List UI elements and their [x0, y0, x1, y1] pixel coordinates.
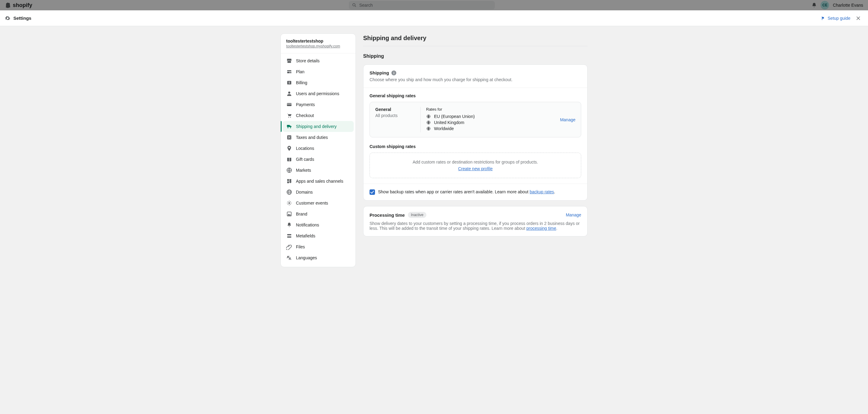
nav-metafields[interactable]: Metafields	[283, 230, 354, 241]
nav-plan[interactable]: Plan	[283, 66, 354, 77]
globe-small-icon	[426, 120, 431, 125]
main-column: Shipping and delivery Shipping Shipping …	[363, 33, 588, 396]
nav-gift-cards[interactable]: Gift cards	[283, 154, 354, 165]
store-domain[interactable]: tooltestertestshop.myshopify.com	[286, 44, 340, 48]
globe-icon	[286, 167, 292, 173]
setup-guide-link[interactable]: Setup guide	[821, 16, 850, 21]
svg-point-7	[288, 117, 289, 118]
svg-text:$: $	[289, 81, 290, 84]
billing-icon: $	[286, 79, 292, 86]
backup-rates-link[interactable]: backup rates	[529, 189, 554, 194]
paperclip-icon	[286, 244, 292, 250]
store-block[interactable]: tooltestertestshop tooltestertestshop.my…	[281, 34, 355, 53]
inactive-badge: Inactive	[408, 212, 426, 218]
events-icon	[286, 200, 292, 206]
zone-row: United Kingdom	[426, 120, 554, 125]
svg-point-9	[287, 127, 288, 128]
nav-notifications[interactable]: Notifications	[283, 219, 354, 230]
apps-icon	[286, 178, 292, 184]
nav-payments[interactable]: Payments	[283, 99, 354, 110]
manage-processing-link[interactable]: Manage	[566, 213, 581, 217]
svg-point-23	[289, 202, 290, 204]
truck-icon	[286, 123, 292, 129]
percent-icon	[286, 134, 292, 140]
nav-taxes[interactable]: Taxes and duties	[283, 132, 354, 143]
general-rates-heading: General shipping rates	[370, 93, 581, 98]
user-icon	[286, 91, 292, 97]
nav-shipping[interactable]: Shipping and delivery	[283, 121, 354, 132]
svg-point-13	[289, 138, 290, 138]
settings-header: Settings Setup guide	[0, 10, 868, 26]
globe-small-icon	[426, 114, 431, 119]
cart-icon	[286, 113, 292, 119]
processing-title: Processing time	[370, 213, 405, 218]
plan-icon	[286, 69, 292, 75]
pin-icon	[286, 145, 292, 151]
create-profile-link[interactable]: Create new profile	[458, 166, 493, 171]
svg-point-8	[290, 117, 291, 118]
svg-point-10	[290, 127, 291, 128]
rates-for-label: Rates for	[426, 107, 554, 112]
backup-rates-checkbox[interactable]	[370, 189, 375, 195]
metafields-icon	[286, 233, 292, 239]
profile-products: All products	[375, 113, 415, 118]
svg-rect-25	[287, 234, 291, 235]
processing-time-card: Processing time Inactive Manage Show del…	[363, 206, 588, 236]
close-button[interactable]	[854, 13, 863, 23]
divider	[420, 107, 421, 132]
nav-store-details[interactable]: Store details	[283, 55, 354, 66]
dim-overlay	[0, 0, 868, 10]
zone-row: Worldwide	[426, 126, 554, 131]
profile-name: General	[375, 107, 415, 112]
brand-icon	[286, 211, 292, 217]
gift-icon	[286, 156, 292, 162]
card-icon	[286, 101, 292, 107]
nav-checkout[interactable]: Checkout	[283, 110, 354, 121]
page-title: Shipping and delivery	[363, 33, 588, 46]
nav-locations[interactable]: Locations	[283, 143, 354, 154]
settings-sidebar: tooltestertestshop tooltestertestshop.my…	[280, 33, 356, 267]
nav-apps[interactable]: Apps and sales channels	[283, 176, 354, 187]
shipping-card-description: Choose where you ship and how much you c…	[370, 77, 581, 82]
backup-rates-text: Show backup rates when app or carrier ra…	[378, 189, 555, 194]
settings-surface: Settings Setup guide tooltestertestshop …	[0, 10, 868, 414]
close-icon	[856, 15, 861, 21]
nav-billing[interactable]: $ Billing	[283, 77, 354, 88]
languages-icon	[286, 255, 292, 261]
nav-customer-events[interactable]: Customer events	[283, 198, 354, 209]
store-icon	[286, 58, 292, 64]
svg-rect-16	[289, 158, 289, 161]
nav-markets[interactable]: Markets	[283, 165, 354, 176]
custom-rates-heading: Custom shipping rates	[370, 144, 581, 149]
nav-users[interactable]: Users and permissions	[283, 88, 354, 99]
svg-rect-19	[289, 179, 291, 181]
svg-rect-5	[287, 103, 292, 106]
nav-list: Store details Plan $ Billing Users and p…	[281, 53, 355, 267]
info-icon[interactable]: i	[392, 70, 396, 75]
shipping-card: Shipping i Choose where you ship and how…	[363, 64, 588, 201]
nav-brand[interactable]: Brand	[283, 209, 354, 219]
custom-rates-empty: Add custom rates or destination restrict…	[370, 153, 581, 178]
general-profile: General All products Rates for EU (Europ…	[370, 102, 581, 137]
nav-languages[interactable]: Languages	[283, 252, 354, 263]
zone-row: EU (European Union)	[426, 114, 554, 119]
nav-files[interactable]: Files	[283, 241, 354, 252]
svg-rect-26	[287, 236, 291, 238]
bell-nav-icon	[286, 222, 292, 228]
store-name: tooltestertestshop	[286, 39, 350, 43]
manage-general-link[interactable]: Manage	[560, 117, 576, 122]
settings-title: Settings	[13, 15, 31, 21]
svg-rect-6	[287, 104, 292, 104]
shipping-section-heading: Shipping	[363, 54, 588, 59]
svg-rect-20	[287, 182, 289, 183]
gear-icon	[5, 15, 10, 21]
processing-time-link[interactable]: processing time	[526, 226, 556, 231]
processing-description: Show delivery dates to your customers by…	[370, 221, 581, 231]
custom-empty-text: Add custom rates or destination restrict…	[375, 160, 576, 164]
nav-domains[interactable]: Domains	[283, 187, 354, 198]
globe-small-icon	[426, 126, 431, 131]
svg-point-4	[288, 92, 290, 94]
svg-rect-18	[287, 179, 289, 181]
shipping-card-title: Shipping	[370, 70, 389, 75]
svg-point-12	[288, 136, 289, 137]
